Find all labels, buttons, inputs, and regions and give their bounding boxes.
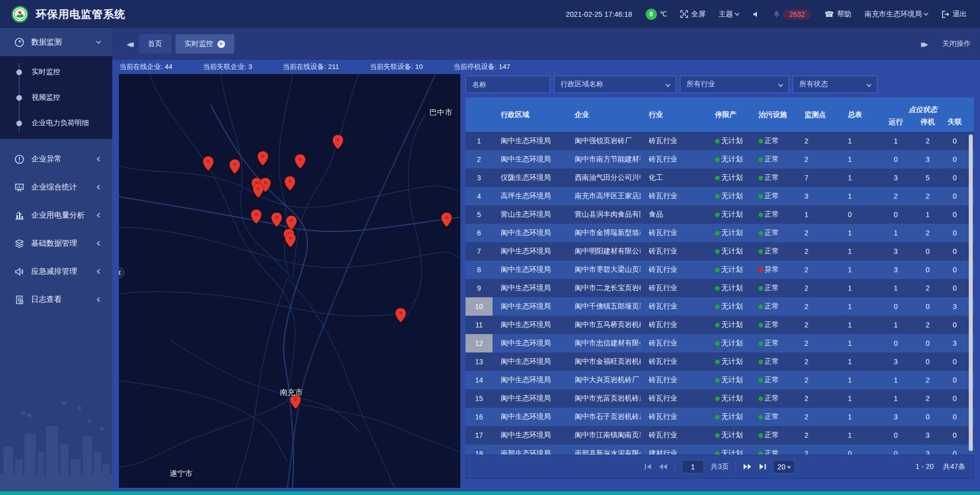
map-pin[interactable] [332, 135, 343, 151]
cell-lost-count: 0 [942, 266, 968, 274]
cell-monitor-count: 2 [796, 339, 840, 347]
cell-halt-count: 0 [914, 266, 942, 274]
table-row[interactable]: 13阆中生态环境局阆中市金福旺页岩机砖砖瓦行业无计划正常21300 [465, 352, 974, 371]
table-row[interactable]: 3仪陇生态环境局西南油气田分公司川中化工无计划正常71350 [465, 169, 974, 187]
table-row[interactable]: 11阆中生态环境局阆中市五马桥页岩机砖砖瓦行业无计划正常21120 [465, 316, 974, 334]
cell-run-count: 1 [878, 229, 914, 237]
cell-stop-plan: 无计划 [707, 265, 750, 274]
cell-treatment: 正常 [750, 284, 796, 293]
logout-button[interactable]: 退出 [942, 10, 967, 19]
page-size-select[interactable]: 20 [773, 460, 795, 474]
cell-stop-plan: 无计划 [707, 449, 750, 455]
cell-lost-count: 0 [942, 450, 968, 455]
cell-halt-count: 5 [914, 174, 942, 182]
map-pin[interactable] [285, 233, 296, 249]
sidebar-item-realtime-monitor[interactable]: 实时监控 [0, 59, 112, 85]
cell-monitor-count: 3 [796, 192, 840, 200]
sidebar-item-power-load-detail[interactable]: 企业电力负荷明细 [0, 110, 112, 136]
pin-icon [332, 135, 343, 149]
map-pin[interactable] [285, 176, 296, 193]
right-panel: 行政区域名称 所有行业 所有状态 行政区域 企业 行业 停限 [465, 74, 974, 495]
region-filter-select[interactable]: 行政区域名称 [554, 76, 676, 93]
tabs-scroll-left-button[interactable]: ◀◀ [121, 40, 135, 48]
table-row[interactable]: 2阆中生态环境局阆中市南方节能建材有砖瓦行业无计划正常21030 [465, 150, 974, 169]
table-row[interactable]: 12阆中生态环境局阆中市忠信建材有限公砖瓦行业无计划正常21003 [465, 334, 974, 352]
cell-treatment: 正常 [750, 155, 796, 164]
table-row[interactable]: 4高坪生态环境局南充市高坪区王家店建砖瓦行业无计划正常31220 [465, 187, 974, 205]
last-page-button[interactable] [758, 463, 766, 470]
cell-industry: 砖瓦行业 [641, 375, 707, 385]
theme-dropdown[interactable]: 主题 [719, 10, 740, 19]
prev-page-button[interactable] [658, 463, 668, 470]
status-dot-icon [715, 157, 720, 162]
chevron-down-icon [923, 11, 928, 16]
status-dot-icon [758, 213, 763, 217]
sidebar-item-log-view[interactable]: 日志查看 [0, 286, 112, 314]
first-page-button[interactable] [644, 463, 652, 470]
total-records-label: 共47条 [943, 462, 965, 472]
page-number-input[interactable]: 1 [681, 460, 704, 474]
table-row[interactable]: 14阆中生态环境局阆中大兴页岩机砖厂砖瓦行业无计划正常21120 [465, 371, 974, 389]
table-row[interactable]: 10阆中生态环境局阆中千佛镇五郎垭页岩砖瓦行业无计划正常21003 [465, 297, 974, 316]
table-row[interactable]: 5营山生态环境局营山县润丰肉食品有限食品无计划正常10010 [465, 205, 974, 224]
cell-lost-count: 0 [942, 155, 968, 163]
close-tab-icon[interactable]: ✕ [217, 40, 225, 48]
table-row[interactable]: 16阆中生态环境局阆中市石子页岩机砖厂砖瓦行业无计划正常21300 [465, 408, 974, 426]
tab-realtime-monitor[interactable]: 实时监控 ✕ [176, 34, 234, 54]
next-page-button[interactable] [743, 463, 752, 470]
map-pin[interactable] [251, 209, 261, 226]
map-pin[interactable] [295, 154, 306, 171]
help-button[interactable]: ☎ 帮助 [824, 10, 851, 19]
cell-region: 阆中生态环境局 [493, 136, 567, 146]
cell-lost-count: 0 [942, 192, 968, 200]
table-row[interactable]: 15阆中生态环境局阆中市光富页岩机砖厂砖瓦行业无计划正常21120 [465, 389, 974, 408]
map-pin[interactable] [395, 308, 406, 324]
fullscreen-button[interactable]: 全屏 [680, 10, 705, 19]
sidebar-item-base-data[interactable]: 基础数据管理 [0, 229, 112, 257]
chevron-left-icon [97, 185, 102, 190]
cell-meter-count: 1 [840, 431, 878, 439]
sidebar-item-enterprise-stats[interactable]: 企业综合统计 [0, 173, 112, 201]
status-filter-select[interactable]: 所有状态 [793, 76, 877, 93]
map-panel[interactable]: 巴中市南充市遂宁市 [119, 74, 460, 488]
table-row[interactable]: 6阆中生态环境局阆中市金博瑞新型墙材砖瓦行业无计划正常21120 [465, 224, 974, 242]
sidebar-item-enterprise-abnormal[interactable]: 企业异常 [0, 145, 112, 173]
industry-filter-select[interactable]: 所有行业 [680, 76, 789, 93]
cell-stop-plan: 无计划 [707, 320, 750, 329]
notification-area[interactable]: 2632 [773, 9, 811, 19]
tab-home[interactable]: 首页 [139, 34, 172, 54]
sidebar-item-power-analysis[interactable]: 企业用电量分析 [0, 201, 112, 229]
cell-run-count: 0 [878, 210, 914, 219]
col-header-point-status: 点位状态 [878, 103, 968, 117]
table-scrollbar[interactable] [969, 134, 973, 451]
map-pin[interactable] [203, 156, 214, 173]
sidebar-item-data-monitor[interactable]: 数据监测 [0, 28, 112, 56]
cell-treatment: 正常 [750, 339, 796, 348]
cell-treatment: 正常 [750, 210, 796, 219]
table-row[interactable]: 18南部生态环境局南部县新兴水泥有限公建材行业无计划正常20030 [465, 444, 974, 455]
table-row[interactable]: 8阆中生态环境局阆中市枣碧大梁山页岩砖瓦行业无计划异常21300 [465, 261, 974, 279]
tabs-scroll-right-button[interactable]: ▶▶ [916, 40, 929, 48]
cell-monitor-count: 7 [796, 174, 840, 182]
stat-value: 10 [415, 63, 423, 70]
status-dot-icon [715, 360, 720, 364]
table-row[interactable]: 9阆中生态环境局阆中市二龙长宝页岩砖砖瓦行业无计划正常21120 [465, 279, 974, 297]
org-dropdown[interactable]: 南充市生态环境局 [865, 10, 928, 19]
map-pin[interactable] [253, 183, 263, 200]
map-city-label: 遂宁市 [169, 469, 192, 479]
map-pin[interactable] [229, 159, 240, 176]
mute-speaker-icon[interactable] [753, 11, 760, 18]
table-row[interactable]: 7阆中生态环境局阆中明阳建材有限公司砖瓦行业无计划正常21300 [465, 242, 974, 261]
close-actions-button[interactable]: 关闭操作 [942, 39, 971, 49]
cell-halt-count: 0 [914, 358, 942, 366]
sidebar-item-video-monitor[interactable]: 视频监控 [0, 85, 112, 110]
name-filter-input[interactable] [472, 80, 544, 88]
map-pin[interactable] [272, 213, 282, 229]
cell-monitor-count: 2 [796, 358, 840, 366]
table-row[interactable]: 17阆中生态环境局阆中市江南镇阆南页岩砖瓦行业无计划正常21030 [465, 426, 974, 444]
map-pin[interactable] [258, 151, 268, 168]
map-pin[interactable] [442, 213, 452, 229]
sidebar-item-emergency-reduction[interactable]: 应急减排管理 [0, 257, 112, 286]
cell-run-count: 0 [878, 431, 914, 439]
table-row[interactable]: 1阆中生态环境局阆中强锐页岩砖厂砖瓦行业无计划正常21120 [465, 132, 974, 150]
